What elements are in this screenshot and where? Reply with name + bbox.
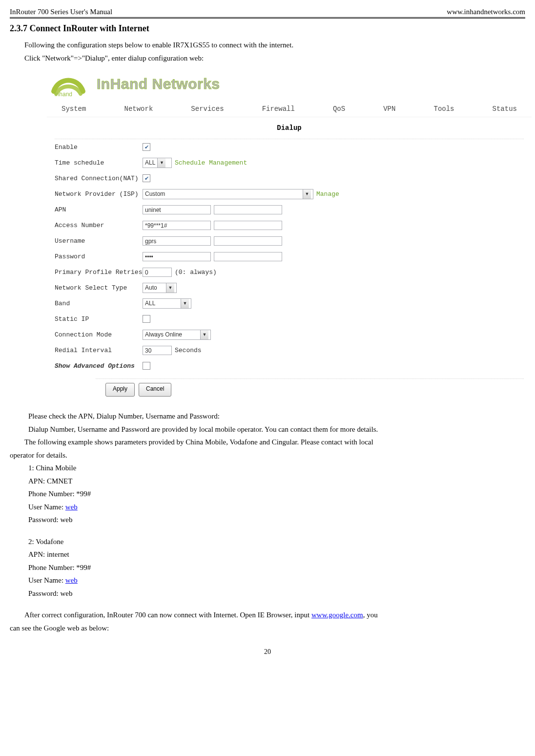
ex2-user: User Name: web <box>28 575 525 586</box>
p-example-b: operator for details. <box>10 450 525 461</box>
schedule-value: ALL <box>145 158 155 168</box>
cancel-button[interactable]: Cancel <box>139 383 171 397</box>
row-retries: Primary Profile Retries 0 (0: always) <box>47 264 532 280</box>
label-apn: APN <box>55 206 143 213</box>
p-example-a: The following example shows parameters p… <box>24 437 525 448</box>
username-input-2[interactable] <box>214 236 282 246</box>
ex1-user-link[interactable]: web <box>65 503 78 511</box>
manage-link[interactable]: Manage <box>316 190 339 198</box>
row-connmode: Connection Mode Always Online ▼ <box>47 327 532 342</box>
intro-para-1: Following the configuration steps below … <box>24 40 525 51</box>
band-select[interactable]: ALL ▼ <box>143 298 191 309</box>
final-line-a: After correct configuration, InRouter 70… <box>24 609 525 621</box>
username-input[interactable]: gprs <box>143 236 211 246</box>
dialup-panel: Dialup Enable ✔ Time schedule ALL ▼ Sche… <box>47 117 532 401</box>
page-header: InRouter 700 Series User's Manual www.in… <box>10 8 525 16</box>
ex1-title: 1: China Mobile <box>28 462 525 474</box>
label-password: Password <box>55 253 143 260</box>
menu-vpn[interactable]: VPN <box>383 105 395 113</box>
p-check: Please check the APN, Dialup Number, Use… <box>28 411 525 422</box>
menu-tools[interactable]: Tools <box>433 105 454 113</box>
logo-row: inhand InHand Networks <box>47 70 532 101</box>
ex2-user-label: User Name: <box>28 576 65 584</box>
header-rule <box>10 17 525 19</box>
row-netselect: Network Select Type Auto ▼ <box>47 280 532 295</box>
label-connmode: Connection Mode <box>55 331 143 338</box>
isp-select[interactable]: Custom ▼ <box>143 189 313 199</box>
label-nat: Shared Connection(NAT) <box>55 175 143 182</box>
row-redial: Redial Interval 30 Seconds <box>47 342 532 358</box>
final-line-c: can see the Google web as below: <box>10 623 525 634</box>
menu-firewall[interactable]: Firewall <box>262 105 295 113</box>
staticip-checkbox[interactable] <box>143 315 150 323</box>
ex1-user-label: User Name: <box>28 503 65 511</box>
chevron-down-icon: ▼ <box>200 330 208 339</box>
svg-text:inhand: inhand <box>55 91 72 96</box>
label-showadv: Show Advanced Options <box>55 362 143 370</box>
label-staticip: Static IP <box>55 315 143 323</box>
label-isp: Network Provider (ISP) <box>55 190 143 198</box>
label-retries: Primary Profile Retries <box>55 269 143 276</box>
ex2-apn: APN: internet <box>28 549 525 560</box>
ex2-phone: Phone Number: *99# <box>28 562 525 573</box>
final-b: , you <box>363 611 378 619</box>
enable-checkbox[interactable]: ✔ <box>143 143 150 151</box>
netselect-select[interactable]: Auto ▼ <box>143 283 177 293</box>
showadv-checkbox[interactable] <box>143 362 150 370</box>
inhand-logo-icon: inhand <box>49 72 88 96</box>
row-staticip: Static IP <box>47 311 532 327</box>
row-username: Username gprs <box>47 233 532 249</box>
chevron-down-icon: ▼ <box>157 158 165 168</box>
schedule-mgmt-link[interactable]: Schedule Management <box>175 159 247 167</box>
menu-network[interactable]: Network <box>124 105 153 113</box>
ex1-apn: APN: CMNET <box>28 476 525 487</box>
apn-input-2[interactable] <box>214 205 282 214</box>
redial-input[interactable]: 30 <box>143 346 172 355</box>
ex2-title: 2: Vodafone <box>28 536 525 547</box>
label-access: Access Number <box>55 222 143 229</box>
row-showadv: Show Advanced Options <box>47 358 532 374</box>
header-right: www.inhandnetworks.com <box>447 8 525 16</box>
retries-note: (0: always) <box>175 269 217 276</box>
header-left: InRouter 700 Series User's Manual <box>10 8 112 16</box>
label-redial: Redial Interval <box>55 347 143 354</box>
isp-value: Custom <box>145 189 301 199</box>
final-a: After correct configuration, InRouter 70… <box>24 611 311 619</box>
row-apn: APN uninet <box>47 202 532 217</box>
row-password: Password •••• <box>47 249 532 264</box>
label-schedule: Time schedule <box>55 159 143 167</box>
apply-button[interactable]: Apply <box>105 383 135 397</box>
netselect-value: Auto <box>145 283 164 293</box>
ex1-phone: Phone Number: *99# <box>28 488 525 500</box>
connmode-select[interactable]: Always Online ▼ <box>143 330 211 340</box>
logo-text: InHand Networks <box>97 76 220 92</box>
chevron-down-icon: ▼ <box>181 299 189 308</box>
menu-system[interactable]: System <box>62 105 86 113</box>
band-value: ALL <box>145 299 179 308</box>
row-schedule: Time schedule ALL ▼ Schedule Management <box>47 155 532 170</box>
nat-checkbox[interactable]: ✔ <box>143 174 150 182</box>
apn-input[interactable]: uninet <box>143 205 211 214</box>
menu-bar: System Network Services Firewall QoS VPN… <box>47 101 532 117</box>
chevron-down-icon: ▼ <box>166 283 174 293</box>
section-heading: 2.3.7 Connect InRouter with Internet <box>10 23 525 34</box>
google-link[interactable]: www.google.com <box>311 611 363 619</box>
label-netselect: Network Select Type <box>55 284 143 292</box>
label-band: Band <box>55 300 143 307</box>
password-input-2[interactable] <box>214 252 282 261</box>
password-input[interactable]: •••• <box>143 252 211 261</box>
ex2-pass: Password: web <box>28 588 525 599</box>
schedule-select[interactable]: ALL ▼ <box>143 158 172 168</box>
row-enable: Enable ✔ <box>47 139 532 155</box>
retries-input[interactable]: 0 <box>143 268 172 277</box>
access-input-2[interactable] <box>214 221 282 230</box>
dotted-separator <box>96 378 524 379</box>
row-isp: Network Provider (ISP) Custom ▼ Manage <box>47 186 532 202</box>
ex2-user-link[interactable]: web <box>65 576 78 584</box>
access-input[interactable]: *99***1# <box>143 221 211 230</box>
menu-qos[interactable]: QoS <box>333 105 345 113</box>
menu-status[interactable]: Status <box>493 105 517 113</box>
label-username: Username <box>55 237 143 245</box>
ex1-user: User Name: web <box>28 502 525 513</box>
menu-services[interactable]: Services <box>191 105 224 113</box>
